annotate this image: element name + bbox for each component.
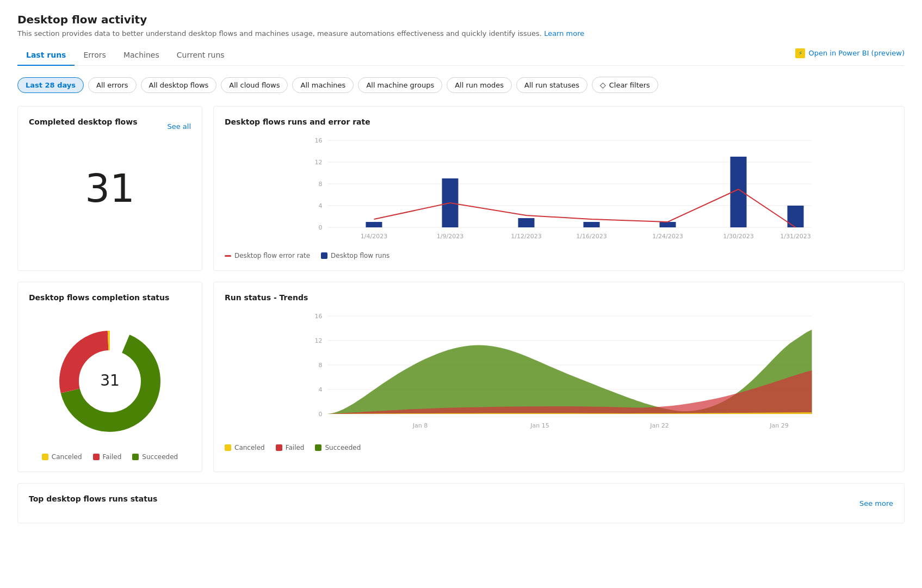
trends-chart: 16 12 8 4 0 Jan 8 Jan 15 Jan 22 Jan 29	[225, 311, 893, 436]
donut-chart: 31	[50, 321, 170, 441]
see-more-link[interactable]: See more	[859, 499, 893, 507]
legend-canceled: Canceled	[42, 453, 82, 461]
trends-legend: Canceled Failed Succeeded	[225, 444, 893, 451]
svg-text:4: 4	[319, 386, 323, 393]
svg-text:1/30/2023: 1/30/2023	[723, 233, 753, 240]
runs-chart-title: Desktop flows runs and error rate	[225, 117, 370, 126]
svg-text:0: 0	[319, 411, 323, 418]
runs-error-chart: 16 12 8 4 0	[225, 135, 893, 244]
completed-flows-count: 31	[29, 144, 191, 227]
svg-text:1/9/2023: 1/9/2023	[437, 233, 463, 240]
filter-desktop-flows[interactable]: All desktop flows	[141, 77, 217, 93]
svg-rect-12	[518, 218, 535, 227]
svg-rect-14	[660, 222, 676, 227]
filter-last28[interactable]: Last 28 days	[17, 77, 84, 93]
svg-text:Jan 8: Jan 8	[412, 422, 428, 429]
error-rate-legend-icon	[225, 255, 231, 257]
completed-flows-card: Completed desktop flows See all 31	[17, 106, 202, 271]
trends-failed-icon	[276, 444, 282, 451]
tab-bar: Last runs Errors Machines Current runs ⚡…	[17, 46, 905, 66]
svg-text:16: 16	[315, 313, 323, 320]
svg-text:Jan 15: Jan 15	[530, 422, 549, 429]
tab-machines[interactable]: Machines	[115, 46, 168, 66]
filter-run-statuses[interactable]: All run statuses	[516, 77, 587, 93]
svg-text:Jan 22: Jan 22	[649, 422, 669, 429]
svg-rect-10	[366, 222, 382, 227]
svg-text:12: 12	[315, 337, 323, 344]
top-flows-title: Top desktop flows runs status	[29, 494, 157, 503]
learn-more-link[interactable]: Learn more	[544, 29, 584, 38]
svg-text:12: 12	[315, 159, 323, 166]
completion-status-card: Desktop flows completion status 31 Cance…	[17, 282, 202, 472]
runs-chart-legend: Desktop flow error rate Desktop flow run…	[225, 252, 893, 259]
tab-current-runs[interactable]: Current runs	[168, 46, 233, 66]
clear-filters-button[interactable]: ◇ Clear filters	[592, 77, 658, 93]
filter-run-modes[interactable]: All run modes	[447, 77, 512, 93]
svg-text:1/12/2023: 1/12/2023	[511, 233, 541, 240]
svg-text:1/24/2023: 1/24/2023	[652, 233, 683, 240]
filter-machines[interactable]: All machines	[292, 77, 354, 93]
canceled-legend-icon	[42, 454, 48, 460]
filter-machine-groups[interactable]: All machine groups	[358, 77, 442, 93]
svg-text:1/16/2023: 1/16/2023	[576, 233, 607, 240]
filter-bar: Last 28 days All errors All desktop flow…	[17, 77, 905, 93]
svg-text:1/4/2023: 1/4/2023	[361, 233, 387, 240]
top-flows-section: Top desktop flows runs status See more	[17, 483, 905, 523]
completed-flows-title: Completed desktop flows	[29, 117, 138, 126]
legend-error-rate: Desktop flow error rate	[225, 252, 310, 259]
filter-cloud-flows[interactable]: All cloud flows	[221, 77, 288, 93]
tab-errors[interactable]: Errors	[75, 46, 114, 66]
legend-failed: Failed	[93, 453, 122, 461]
run-status-trends-title: Run status - Trends	[225, 293, 893, 302]
legend-trends-canceled: Canceled	[225, 444, 265, 451]
succeeded-legend-icon	[132, 454, 139, 460]
page-header: Desktop flow activity This section provi…	[17, 13, 905, 38]
trends-succeeded-icon	[315, 444, 321, 451]
legend-trends-failed: Failed	[276, 444, 305, 451]
legend-runs: Desktop flow runs	[321, 252, 389, 259]
runs-chart-card: Desktop flows runs and error rate 16 12 …	[213, 106, 905, 271]
donut-legend: Canceled Failed Succeeded	[29, 453, 191, 461]
run-status-trends-card: Run status - Trends 16 12 8 4 0	[213, 282, 905, 472]
svg-text:0: 0	[319, 224, 323, 231]
svg-text:31: 31	[100, 372, 120, 389]
filter-errors[interactable]: All errors	[88, 77, 137, 93]
page-title: Desktop flow activity	[17, 13, 905, 26]
svg-text:8: 8	[319, 181, 323, 188]
see-all-link[interactable]: See all	[167, 122, 191, 131]
dashboard-grid: Completed desktop flows See all 31 Deskt…	[17, 106, 905, 472]
tab-last-runs[interactable]: Last runs	[17, 46, 75, 66]
open-powerbi-button[interactable]: ⚡ Open in Power BI (preview)	[795, 48, 905, 64]
svg-text:1/31/2023: 1/31/2023	[780, 233, 810, 240]
svg-text:8: 8	[319, 362, 323, 369]
legend-succeeded: Succeeded	[132, 453, 178, 461]
page-description: This section provides data to better und…	[17, 29, 905, 38]
powerbi-icon: ⚡	[795, 48, 805, 58]
donut-chart-wrapper: 31	[29, 311, 191, 447]
svg-text:16: 16	[315, 137, 323, 144]
failed-legend-icon	[93, 454, 100, 460]
runs-legend-icon	[321, 252, 327, 259]
completion-status-title: Desktop flows completion status	[29, 293, 191, 302]
svg-text:4: 4	[319, 202, 323, 209]
svg-text:Jan 29: Jan 29	[769, 422, 788, 429]
trends-canceled-icon	[225, 444, 231, 451]
eraser-icon: ◇	[600, 81, 606, 89]
svg-rect-13	[584, 222, 600, 227]
legend-trends-succeeded: Succeeded	[315, 444, 361, 451]
